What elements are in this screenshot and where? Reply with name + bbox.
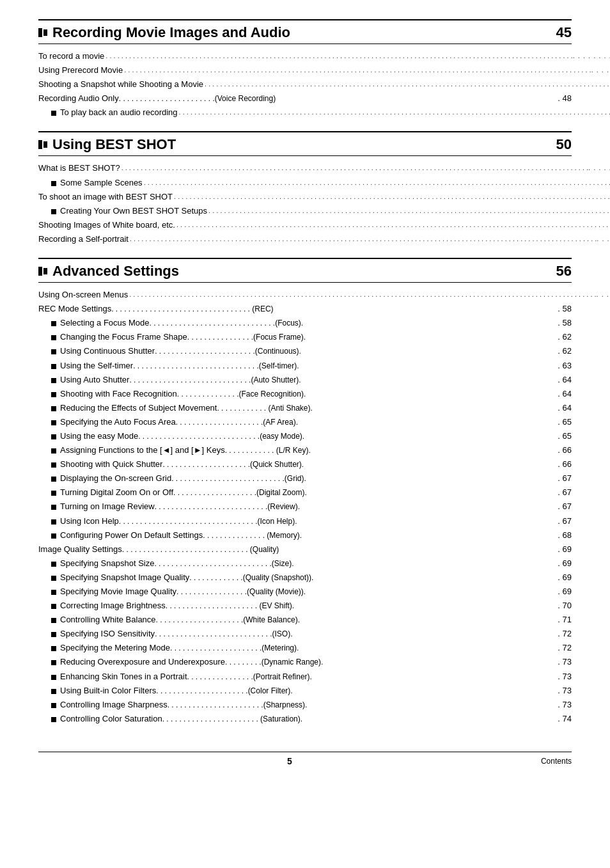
entry-dots: . . . . . . . . . . . . . . . .(Focus Fr…	[187, 331, 306, 343]
entry-left: Recording Audio Only. . . . . . . . . . …	[38, 91, 555, 106]
entry-dots: . . . . . . . . . . . . . . . . . . . . …	[106, 50, 610, 63]
section-title-best-shot: Using BEST SHOT	[38, 136, 176, 153]
entry-label: Specifying Snapshot Image Quality	[60, 571, 189, 585]
entry-left: Turning on Image Review . . . . . . . . …	[38, 500, 555, 514]
section-page-recording: 45	[556, 24, 572, 41]
bullet-icon	[51, 618, 56, 623]
toc-entry: Some Sample Scenes . . . . . . . . . . .…	[38, 176, 572, 190]
entry-label: Configuring Power On Default Settings	[60, 528, 203, 542]
entry-label: Correcting Image Brightness	[60, 599, 166, 613]
toc-entry: Shooting Images of White board, etc. . .…	[38, 218, 572, 232]
entry-dots: . . . . . . . . . . . . . . . . . . . . …	[162, 713, 302, 725]
bullet-icon	[51, 646, 56, 651]
entry-dots: . . . . . . . . . . . . . . . . . . . . …	[162, 458, 304, 471]
toc-entry: Specifying Snapshot Size . . . . . . . .…	[38, 556, 572, 571]
entry-label: Shooting a Snapshot while Shooting a Mov…	[38, 77, 203, 91]
footer-right: Contents	[541, 757, 572, 766]
bullet-icon	[51, 632, 56, 637]
bullet-icon	[51, 209, 56, 214]
entry-page: . 72	[558, 627, 572, 641]
section-icon-recording	[38, 28, 47, 37]
entry-dots: . . . . . . . . . . . . . . . . . . . . …	[133, 359, 299, 372]
entry-label: Displaying the On-screen Grid	[60, 471, 171, 485]
entry-left: Correcting Image Brightness . . . . . . …	[38, 599, 555, 613]
toc-entry: Controlling Image Sharpness . . . . . . …	[38, 698, 572, 712]
entry-left: Creating Your Own BEST SHOT Setups . . .…	[38, 204, 610, 218]
entry-page: . 62	[558, 344, 572, 358]
toc-entry: Configuring Power On Default Settings . …	[38, 528, 572, 542]
bullet-icon	[51, 689, 56, 694]
entry-page: . 58	[558, 302, 572, 316]
toc-entry: Selecting a Focus Mode . . . . . . . . .…	[38, 316, 572, 330]
entry-label: Enhancing Skin Tones in a Portrait	[60, 670, 187, 684]
entry-dots: . . . . . . . . . . . . . . . . . . . . …	[168, 698, 308, 711]
entry-left: Reducing the Effects of Subject Movement…	[38, 401, 555, 415]
entry-left: Shooting with Face Recognition . . . . .…	[38, 387, 555, 401]
entry-left: Specifying the Auto Focus Area . . . . .…	[38, 415, 555, 429]
entry-dots: . . . . . . . . . . . . . . . . . . . . …	[138, 430, 304, 443]
entry-page: . 63	[558, 359, 572, 373]
entry-label: Using the Self-timer	[60, 359, 133, 373]
entry-page: . 48	[558, 91, 572, 106]
entry-dots: . . . . . . . . . . . . . . . (Memory).	[203, 529, 302, 542]
entry-label: Some Sample Scenes	[60, 176, 143, 190]
toc-entry: Specifying Movie Image Quality . . . . .…	[38, 585, 572, 599]
toc-entry: Controlling White Balance . . . . . . . …	[38, 613, 572, 627]
entry-label: Changing the Focus Frame Shape	[60, 330, 187, 344]
toc-entries-best-shot: What is BEST SHOT? . . . . . . . . . . .…	[38, 161, 572, 246]
bullet-icon	[51, 505, 56, 510]
entry-left: Selecting a Focus Mode . . . . . . . . .…	[38, 316, 555, 330]
entry-dots: . . . . . . . . . . . . . . . . . . . . …	[119, 92, 276, 105]
entry-page: . 66	[558, 443, 572, 457]
entry-page: . 66	[558, 457, 572, 471]
section-title-advanced: Advanced Settings	[38, 263, 179, 280]
bullet-icon	[51, 562, 56, 567]
toc-entry: Specifying ISO Sensitivity . . . . . . .…	[38, 627, 572, 641]
section-page-advanced: 56	[556, 263, 572, 280]
toc-entry: Using Auto Shutter . . . . . . . . . . .…	[38, 373, 572, 387]
section-page-best-shot: 50	[556, 136, 572, 153]
bullet-icon	[51, 321, 56, 326]
bullet-icon	[51, 462, 56, 468]
entry-label: Shooting with Quick Shutter	[60, 457, 162, 471]
bullet-icon	[51, 434, 56, 439]
entry-left: Specifying ISO Sensitivity . . . . . . .…	[38, 627, 555, 641]
bullet-icon	[51, 491, 56, 496]
entry-dots: . . . . . . . . . . . . . . . . . . . . …	[111, 303, 273, 315]
entry-dots: . . . . . . . . . . . . . . . . . . . . …	[154, 557, 293, 570]
entry-label: Shooting Images of White board, etc.	[38, 218, 175, 232]
toc-entry: Using the Self-timer . . . . . . . . . .…	[38, 359, 572, 373]
entry-label: Creating Your Own BEST SHOT Setups	[60, 204, 207, 218]
entry-left: Specifying Snapshot Image Quality . . . …	[38, 571, 555, 585]
entry-label: Turning Digital Zoom On or Off	[60, 485, 173, 500]
entry-left: To shoot an image with BEST SHOT . . . .…	[38, 190, 610, 204]
toc-entries-advanced: Using On-screen Menus . . . . . . . . . …	[38, 288, 572, 726]
entry-label: Recording Audio Only	[38, 91, 119, 106]
entry-label: To play back an audio recording	[60, 106, 178, 120]
entry-page: . 69	[558, 585, 572, 599]
entry-dots: . . . . . . . . . . . . . . . .(Portrait…	[187, 670, 312, 683]
toc-entry: To play back an audio recording . . . . …	[38, 106, 572, 120]
entry-dots: . . . . . . . . . . . . . . . . . . . . …	[144, 177, 610, 189]
toc-entry: To shoot an image with BEST SHOT . . . .…	[38, 190, 572, 204]
footer-page-number: 5	[287, 756, 292, 766]
entry-left: Using On-screen Menus . . . . . . . . . …	[38, 288, 610, 302]
entry-label: To record a movie	[38, 49, 104, 63]
section-title-text-best-shot: Using BEST SHOT	[52, 136, 176, 153]
entry-left: Image Quality Settings . . . . . . . . .…	[38, 542, 555, 556]
bullet-icon	[51, 604, 56, 609]
entry-page: . 74	[558, 712, 572, 726]
entry-dots: . . . . . . . . . . . . . . . . . . . . …	[122, 543, 279, 556]
entry-page: . 72	[558, 641, 572, 655]
entry-left: Displaying the On-screen Grid . . . . . …	[38, 471, 555, 485]
entry-left: Using Continuous Shutter . . . . . . . .…	[38, 344, 555, 358]
entry-left: Specifying the Metering Mode . . . . . .…	[38, 641, 555, 655]
entry-page: . 71	[558, 613, 572, 627]
toc-entry: Using the easy Mode . . . . . . . . . . …	[38, 429, 572, 443]
toc-entry: Specifying the Metering Mode . . . . . .…	[38, 641, 572, 655]
entry-left: Specifying Movie Image Quality . . . . .…	[38, 585, 555, 599]
toc-entry: Shooting a Snapshot while Shooting a Mov…	[38, 77, 572, 91]
entry-left: To play back an audio recording . . . . …	[38, 106, 610, 120]
toc-entry: Using Icon Help . . . . . . . . . . . . …	[38, 514, 572, 528]
entry-page: . 64	[558, 373, 572, 387]
